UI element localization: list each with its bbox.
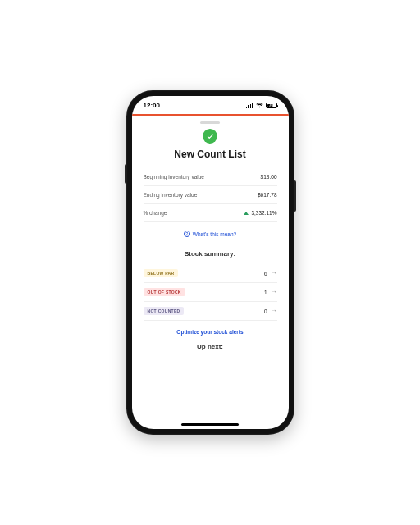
cellular-signal-icon	[246, 103, 253, 108]
stock-row-below-par[interactable]: BELOW PAR 6 →	[144, 264, 277, 283]
tag-below-par: BELOW PAR	[144, 269, 179, 277]
stock-summary-heading: Stock summary:	[144, 250, 277, 258]
tag-out-of-stock: OUT OF STOCK	[144, 288, 185, 296]
pct-value: 3,332.11%	[251, 210, 276, 216]
trend-up-icon	[244, 212, 249, 215]
page-title: New Count List	[144, 148, 277, 160]
sheet-drag-handle[interactable]	[200, 121, 220, 124]
help-circle-icon: ?	[184, 231, 190, 237]
content: New Count List Beginning inventory value…	[132, 127, 289, 429]
pct-label: % change	[144, 210, 167, 216]
wifi-icon	[256, 103, 263, 108]
out-of-stock-count: 1	[264, 290, 267, 295]
not-counted-count: 0	[264, 308, 267, 314]
below-par-count: 6	[264, 271, 267, 276]
optimize-stock-alerts-link[interactable]: Optimize your stock alerts	[144, 329, 277, 335]
arrow-right-icon: →	[271, 308, 277, 314]
arrow-right-icon: →	[271, 270, 277, 276]
row-beginning-inventory: Beginning inventory value $18.00	[144, 168, 277, 186]
status-bar: 12:00 76	[132, 96, 289, 114]
stock-row-not-counted[interactable]: NOT COUNTED 0 →	[144, 302, 277, 321]
end-label: Ending inventory value	[144, 192, 198, 198]
begin-value: $18.00	[261, 174, 277, 180]
status-time: 12:00	[144, 102, 160, 109]
tag-not-counted: NOT COUNTED	[144, 307, 185, 315]
home-indicator[interactable]	[181, 423, 239, 426]
stock-row-out-of-stock[interactable]: OUT OF STOCK 1 →	[144, 283, 277, 302]
row-percent-change: % change 3,332.11%	[144, 204, 277, 222]
help-link-text: What's this mean?	[193, 231, 236, 237]
accent-bar	[132, 114, 289, 116]
arrow-right-icon: →	[271, 289, 277, 295]
phone-frame: 12:00 76 New Count List	[126, 90, 294, 435]
up-next-heading: Up next:	[144, 343, 277, 350]
success-check-icon	[203, 129, 217, 144]
screen: 12:00 76 New Count List	[132, 96, 289, 429]
row-ending-inventory: Ending inventory value $617.78	[144, 186, 277, 204]
battery-percent: 76	[267, 103, 276, 107]
begin-label: Beginning inventory value	[144, 174, 204, 180]
status-right: 76	[246, 103, 277, 108]
whats-this-mean-link[interactable]: ? What's this mean?	[184, 231, 236, 237]
end-value: $617.78	[258, 192, 277, 198]
battery-icon: 76	[266, 103, 277, 108]
